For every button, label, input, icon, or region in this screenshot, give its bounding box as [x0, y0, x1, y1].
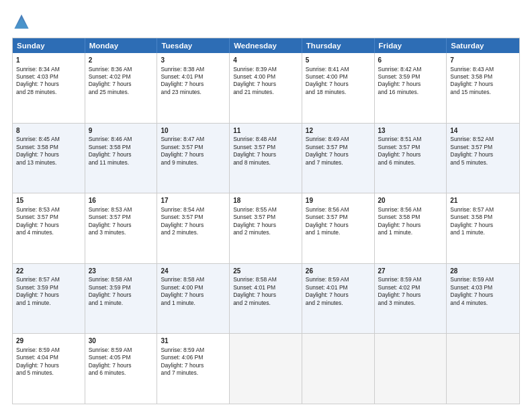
day-info-line: Sunset: 3:58 PM — [89, 144, 154, 151]
day-info-line: and 2 minutes. — [233, 229, 298, 236]
header-day-sunday: Sunday — [13, 38, 85, 53]
day-number: 14 — [450, 126, 516, 136]
day-info-line: Sunset: 3:57 PM — [233, 214, 298, 221]
day-number: 28 — [450, 267, 516, 276]
day-info-line: Sunset: 4:06 PM — [161, 354, 226, 361]
day-info-line: and 21 minutes. — [233, 89, 298, 96]
day-info-line: Sunset: 3:57 PM — [89, 214, 154, 221]
day-info-line: Daylight: 7 hours — [233, 291, 298, 299]
page: SundayMondayTuesdayWednesdayThursdayFrid… — [0, 0, 532, 411]
day-number: 10 — [161, 126, 226, 136]
calendar-cell: 27Sunrise: 8:59 AMSunset: 4:02 PMDayligh… — [375, 264, 447, 334]
calendar-cell: 31Sunrise: 8:59 AMSunset: 4:06 PMDayligh… — [157, 334, 230, 404]
day-info-line: and 8 minutes. — [233, 159, 298, 167]
calendar-cell: 21Sunrise: 8:57 AMSunset: 3:58 PMDayligh… — [447, 193, 519, 263]
calendar-cell: 11Sunrise: 8:48 AMSunset: 3:57 PMDayligh… — [230, 124, 302, 193]
day-info-line: Sunrise: 8:46 AM — [89, 136, 154, 143]
day-info-line: and 1 minute. — [16, 300, 81, 307]
day-number: 27 — [378, 267, 443, 276]
day-info-line: Sunrise: 8:45 AM — [16, 136, 81, 143]
day-number: 20 — [378, 196, 443, 205]
day-number: 3 — [161, 56, 226, 65]
calendar-cell: 12Sunrise: 8:49 AMSunset: 3:57 PMDayligh… — [302, 124, 375, 193]
day-number: 7 — [450, 56, 516, 65]
day-info-line: and 1 minute. — [378, 229, 443, 236]
day-info-line: Daylight: 7 hours — [233, 151, 298, 158]
calendar-cell: 14Sunrise: 8:52 AMSunset: 3:57 PMDayligh… — [447, 124, 519, 193]
calendar-cell: 9Sunrise: 8:46 AMSunset: 3:58 PMDaylight… — [85, 124, 158, 193]
day-number: 30 — [89, 336, 154, 346]
day-info-line: Sunset: 4:05 PM — [89, 354, 154, 361]
day-info-line: Daylight: 7 hours — [89, 222, 154, 229]
day-info-line: Sunset: 3:57 PM — [306, 144, 371, 151]
calendar-cell: 7Sunrise: 8:43 AMSunset: 3:58 PMDaylight… — [447, 53, 519, 123]
day-info-line: and 3 minutes. — [89, 229, 154, 236]
day-info-line: Sunset: 4:04 PM — [16, 354, 81, 361]
day-info-line: and 25 minutes. — [89, 89, 154, 96]
calendar-body: 1Sunrise: 8:34 AMSunset: 4:03 PMDaylight… — [13, 53, 519, 404]
svg-marker-2 — [15, 18, 29, 29]
day-info-line: Daylight: 7 hours — [16, 362, 81, 369]
day-info-line: Sunset: 3:57 PM — [16, 214, 81, 221]
day-info-line: and 7 minutes. — [161, 369, 226, 377]
day-info-line: Sunrise: 8:53 AM — [89, 206, 154, 214]
day-number: 5 — [306, 56, 371, 65]
day-number: 1 — [16, 56, 81, 65]
calendar-cell: 18Sunrise: 8:55 AMSunset: 3:57 PMDayligh… — [230, 193, 302, 263]
day-info-line: Sunset: 4:01 PM — [233, 284, 298, 291]
day-number: 13 — [378, 126, 443, 136]
day-info-line: Sunset: 3:59 PM — [89, 284, 154, 291]
day-number: 29 — [16, 336, 81, 346]
day-info-line: Daylight: 7 hours — [450, 291, 516, 299]
day-info-line: and 2 minutes. — [161, 229, 226, 236]
day-info-line: Sunset: 3:59 PM — [16, 284, 81, 291]
day-info-line: and 6 minutes. — [378, 159, 443, 167]
day-info-line: Daylight: 7 hours — [306, 291, 371, 299]
day-info-line: Sunset: 3:58 PM — [16, 144, 81, 151]
day-info-line: Sunset: 3:58 PM — [450, 214, 516, 221]
day-info-line: Sunset: 4:00 PM — [306, 73, 371, 81]
day-info-line: and 3 minutes. — [378, 300, 443, 307]
day-info-line: Sunrise: 8:56 AM — [306, 206, 371, 214]
day-number: 31 — [161, 336, 226, 346]
day-number: 11 — [233, 126, 298, 136]
day-info-line: Sunrise: 8:55 AM — [233, 206, 298, 214]
day-info-line: Sunset: 3:57 PM — [306, 214, 371, 221]
day-info-line: and 28 minutes. — [16, 89, 81, 96]
day-info-line: Sunrise: 8:58 AM — [89, 276, 154, 283]
day-number: 23 — [89, 267, 154, 276]
day-info-line: Daylight: 7 hours — [378, 81, 443, 88]
day-number: 4 — [233, 56, 298, 65]
calendar-cell: 22Sunrise: 8:57 AMSunset: 3:59 PMDayligh… — [13, 264, 85, 334]
day-info-line: Sunset: 4:02 PM — [89, 73, 154, 81]
day-number: 19 — [306, 196, 371, 205]
day-info-line: Sunrise: 8:59 AM — [161, 347, 226, 354]
header — [12, 12, 520, 31]
calendar-cell: 24Sunrise: 8:58 AMSunset: 4:00 PMDayligh… — [157, 264, 230, 334]
day-info-line: and 2 minutes. — [306, 300, 371, 307]
day-info-line: Daylight: 7 hours — [161, 222, 226, 229]
calendar-row-4: 22Sunrise: 8:57 AMSunset: 3:59 PMDayligh… — [13, 263, 519, 334]
day-info-line: Daylight: 7 hours — [378, 222, 443, 229]
calendar-cell: 16Sunrise: 8:53 AMSunset: 3:57 PMDayligh… — [85, 193, 158, 263]
day-number: 16 — [89, 196, 154, 205]
day-number: 8 — [16, 126, 81, 136]
logo-icon — [12, 12, 31, 31]
day-info-line: and 16 minutes. — [378, 89, 443, 96]
day-info-line: and 5 minutes. — [450, 159, 516, 167]
day-info-line: Sunrise: 8:42 AM — [378, 66, 443, 73]
day-number: 15 — [16, 196, 81, 205]
calendar-cell: 5Sunrise: 8:41 AMSunset: 4:00 PMDaylight… — [302, 53, 375, 123]
calendar-row-1: 1Sunrise: 8:34 AMSunset: 4:03 PMDaylight… — [13, 53, 519, 123]
day-info-line: Sunset: 4:03 PM — [16, 73, 81, 81]
day-info-line: Daylight: 7 hours — [16, 81, 81, 88]
day-info-line: Sunrise: 8:59 AM — [306, 276, 371, 283]
calendar-cell — [230, 334, 302, 404]
day-info-line: Sunrise: 8:38 AM — [161, 66, 226, 73]
header-day-saturday: Saturday — [447, 38, 519, 53]
calendar-cell: 6Sunrise: 8:42 AMSunset: 3:59 PMDaylight… — [375, 53, 447, 123]
day-info-line: Sunrise: 8:39 AM — [233, 66, 298, 73]
day-info-line: Daylight: 7 hours — [89, 151, 154, 158]
day-info-line: and 4 minutes. — [16, 229, 81, 236]
calendar-cell — [375, 334, 447, 404]
